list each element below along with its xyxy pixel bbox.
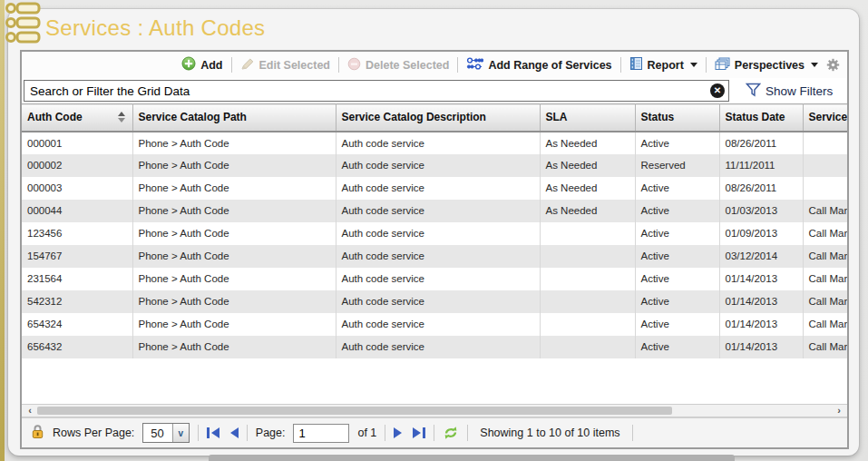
- refresh-icon[interactable]: [443, 426, 459, 440]
- table-cell: Auth code service: [336, 268, 540, 290]
- table-cell: Active: [635, 336, 719, 358]
- table-cell: 03/12/2014: [719, 245, 803, 268]
- delete-selected-button[interactable]: Delete Selected: [347, 57, 449, 74]
- range-dots-icon: [466, 57, 483, 73]
- scroll-right-icon[interactable]: ›: [833, 405, 845, 417]
- column-header-auth-code[interactable]: Auth Code: [22, 104, 132, 132]
- table-cell: Active: [635, 245, 719, 268]
- table-cell: Phone > Auth Code: [132, 132, 336, 154]
- table-cell: Active: [635, 313, 719, 336]
- column-header-catalog-description[interactable]: Service Catalog Description: [336, 104, 540, 132]
- plus-circle-icon: [181, 56, 196, 74]
- table-row[interactable]: 654324Phone > Auth CodeAuth code service…: [22, 313, 847, 336]
- table-cell: 000002: [22, 154, 132, 177]
- table-row[interactable]: 000044Phone > Auth CodeAuth code service…: [22, 200, 847, 222]
- table-row[interactable]: 542312Phone > Auth CodeAuth code service…: [22, 290, 847, 313]
- table-cell: Call Manag: [803, 200, 847, 222]
- horizontal-scrollbar[interactable]: ‹ ›: [22, 404, 847, 417]
- table-cell: [803, 154, 847, 177]
- table-cell: Active: [635, 200, 719, 222]
- table-cell: [540, 268, 635, 290]
- table-cell: Phone > Auth Code: [132, 336, 336, 358]
- notebook-icon: [629, 56, 643, 74]
- scrollbar-thumb[interactable]: [37, 407, 672, 415]
- table-cell: Call Manag: [803, 336, 847, 358]
- table-cell: Auth code service: [336, 154, 540, 177]
- toolbar: Add Edit Selected: [22, 52, 847, 78]
- table-cell: 000001: [22, 132, 132, 154]
- table-cell: Phone > Auth Code: [132, 313, 336, 336]
- table-cell: 01/14/2013: [719, 290, 803, 313]
- table-cell: Reserved: [635, 154, 719, 177]
- table-cell: 000044: [22, 200, 132, 222]
- statusbar-separator: [467, 425, 468, 441]
- table-row[interactable]: 000003Phone > Auth CodeAuth code service…: [22, 177, 847, 200]
- show-filters-button[interactable]: Show Filters: [746, 83, 833, 100]
- add-range-button[interactable]: Add Range of Services: [466, 57, 611, 73]
- next-page-button[interactable]: [394, 427, 402, 438]
- column-header-status-date[interactable]: Status Date: [719, 104, 803, 132]
- chevron-down-icon: [811, 63, 818, 67]
- table-cell: Auth code service: [336, 132, 540, 154]
- first-page-button[interactable]: [207, 427, 219, 438]
- previous-page-button[interactable]: [230, 427, 239, 438]
- rows-per-page-select[interactable]: 50 v: [142, 423, 189, 443]
- table-cell: 154767: [22, 245, 132, 268]
- column-header-sla[interactable]: SLA: [540, 104, 635, 132]
- table-body: 000001Phone > Auth CodeAuth code service…: [22, 132, 847, 358]
- scroll-left-icon[interactable]: ‹: [24, 405, 36, 417]
- statusbar-separator: [247, 425, 248, 441]
- column-header-status[interactable]: Status: [635, 104, 719, 132]
- clear-search-icon[interactable]: ✕: [710, 83, 725, 98]
- toolbar-separator: [338, 57, 339, 73]
- page-number-input[interactable]: [293, 424, 349, 443]
- grid-area: Auth Code Service Catalog Path Service C…: [22, 103, 847, 404]
- toolbar-separator: [620, 57, 621, 73]
- table-cell: Phone > Auth Code: [132, 222, 336, 245]
- table-cell: 231564: [22, 268, 132, 290]
- table-cell: Call Manag: [803, 313, 847, 336]
- column-header-service-h[interactable]: Service H: [803, 104, 847, 132]
- table-cell: [540, 245, 635, 268]
- toolbar-separator: [231, 57, 232, 73]
- table-cell: 08/26/2011: [719, 132, 803, 154]
- table-cell: Auth code service: [336, 245, 540, 268]
- table-cell: [540, 222, 635, 245]
- table-cell: As Needed: [540, 154, 635, 177]
- table-cell: 123456: [22, 222, 132, 245]
- table-row[interactable]: 231564Phone > Auth CodeAuth code service…: [22, 268, 847, 290]
- last-page-button[interactable]: [413, 427, 425, 438]
- search-input[interactable]: [24, 80, 729, 102]
- table-cell: Active: [635, 222, 719, 245]
- settings-gear-icon[interactable]: [826, 58, 840, 72]
- window-frame-edge: [0, 0, 5, 461]
- table-row[interactable]: 656432Phone > Auth CodeAuth code service…: [22, 336, 847, 358]
- search-row: ✕ Show Filters: [22, 78, 847, 103]
- edit-selected-button[interactable]: Edit Selected: [240, 57, 331, 74]
- table-cell: 01/14/2013: [719, 268, 803, 290]
- chevron-down-icon: [690, 63, 697, 67]
- search-box: ✕: [24, 80, 729, 102]
- statusbar-separator: [632, 425, 633, 441]
- add-button[interactable]: Add: [181, 56, 222, 74]
- column-header-catalog-path[interactable]: Service Catalog Path: [132, 104, 336, 132]
- perspectives-button[interactable]: Perspectives: [715, 57, 818, 74]
- table-row[interactable]: 123456Phone > Auth CodeAuth code service…: [22, 222, 847, 245]
- table-cell: 656432: [22, 336, 132, 358]
- page-title: Services : Auth Codes: [45, 15, 265, 41]
- table-cell: Auth code service: [336, 177, 540, 200]
- statusbar-separator: [385, 425, 385, 441]
- table-row[interactable]: 000002Phone > Auth CodeAuth code service…: [22, 154, 847, 177]
- sort-icon[interactable]: [118, 112, 125, 123]
- lock-icon: [31, 424, 44, 442]
- table-row[interactable]: 000001Phone > Auth CodeAuth code service…: [22, 132, 847, 154]
- table-cell: Phone > Auth Code: [132, 200, 336, 222]
- statusbar-separator: [198, 425, 199, 441]
- table-cell: Phone > Auth Code: [132, 268, 336, 290]
- report-button[interactable]: Report: [629, 56, 697, 74]
- table-cell: 01/09/2013: [719, 222, 803, 245]
- table-cell: Auth code service: [336, 313, 540, 336]
- table-row[interactable]: 154767Phone > Auth CodeAuth code service…: [22, 245, 847, 268]
- outer-scrollbar-thumb[interactable]: [209, 455, 735, 461]
- table-cell: [540, 290, 635, 313]
